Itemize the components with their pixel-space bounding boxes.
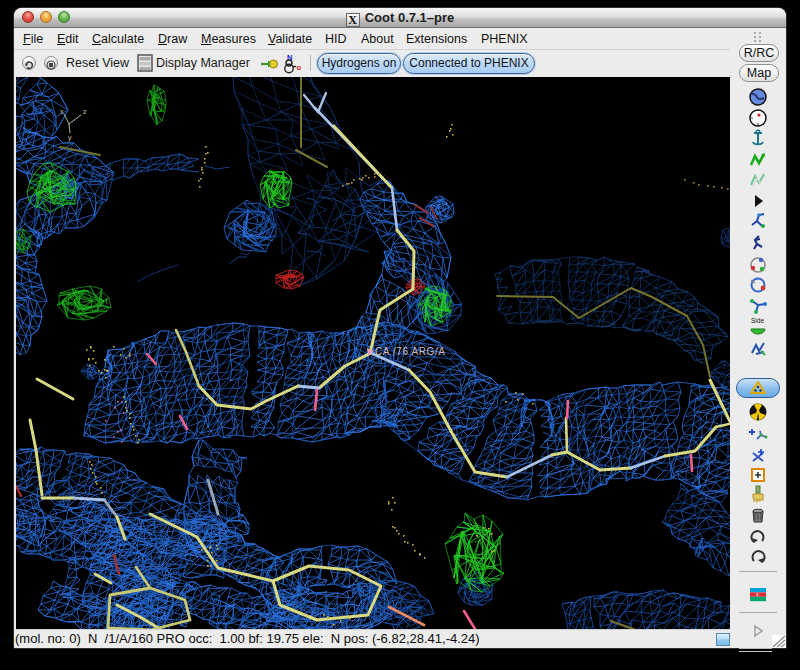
svg-text:z: z <box>83 108 87 115</box>
svg-text:x: x <box>60 108 64 115</box>
svg-text:o: o <box>297 63 302 72</box>
svg-text:y: y <box>68 134 72 142</box>
svg-text:Side: Side <box>751 317 764 324</box>
svg-text:CA /76 ARG/A: CA /76 ARG/A <box>375 346 446 357</box>
